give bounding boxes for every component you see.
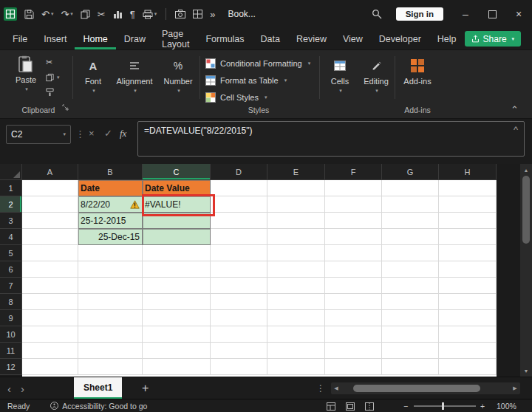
conditional-formatting-button[interactable]: Conditional Formatting ▾ [205, 55, 310, 72]
row-header-3[interactable]: 3 [0, 213, 22, 229]
cell-D6[interactable] [211, 261, 267, 278]
collapse-formula-bar-icon[interactable]: ^ [514, 124, 518, 135]
tab-formulas[interactable]: Formulas [197, 28, 252, 49]
cell-H4[interactable] [439, 229, 497, 245]
cell-A5[interactable] [22, 245, 78, 261]
cell-G7[interactable] [382, 278, 439, 294]
scroll-down-icon[interactable]: ▼ [520, 366, 532, 375]
horizontal-scrollbar-thumb[interactable] [353, 385, 480, 392]
cell-F5[interactable] [325, 245, 382, 261]
enter-icon[interactable]: ✓ [104, 128, 112, 139]
row-header-2[interactable]: 2 [0, 196, 22, 213]
cell-H5[interactable] [439, 245, 497, 261]
error-warning-icon[interactable] [130, 200, 140, 209]
column-header-H[interactable]: H [439, 164, 497, 180]
number-group-button[interactable]: % Number ▾ [160, 57, 197, 94]
cell-H6[interactable] [439, 261, 497, 278]
cell-A10[interactable] [22, 326, 78, 343]
cell-F7[interactable] [325, 278, 382, 294]
cell-D1[interactable] [211, 180, 267, 196]
share-button[interactable]: Share ▾ [465, 31, 522, 47]
row-header-7[interactable]: 7 [0, 278, 22, 294]
cell-A7[interactable] [22, 278, 78, 294]
sheet-nav-left-icon[interactable]: ‹ [7, 377, 11, 399]
cell-E1[interactable] [267, 180, 325, 196]
tab-draw[interactable]: Draw [116, 28, 154, 49]
vertical-scrollbar[interactable]: ▲ ▼ [520, 164, 532, 377]
cell-B6[interactable] [78, 261, 143, 278]
cell-D10[interactable] [211, 326, 267, 343]
cell-C6[interactable] [143, 261, 211, 278]
clipboard-dialog-launcher-icon[interactable] [62, 100, 69, 114]
cell-A12[interactable] [22, 359, 78, 375]
cell-E4[interactable] [267, 229, 325, 245]
cell-B9[interactable] [78, 310, 143, 326]
cell-F10[interactable] [325, 326, 382, 343]
tab-developer[interactable]: Developer [371, 28, 429, 49]
cell-B5[interactable] [78, 245, 143, 261]
sign-in-button[interactable]: Sign in [396, 7, 443, 21]
name-box[interactable]: C2 ▾ [6, 125, 71, 144]
cell-G11[interactable] [382, 343, 439, 359]
cell-H8[interactable] [439, 294, 497, 310]
cell-B11[interactable] [78, 343, 143, 359]
cell-E9[interactable] [267, 310, 325, 326]
cell-A2[interactable] [22, 196, 78, 213]
cell-C4[interactable] [143, 229, 211, 245]
overflow-icon[interactable]: » [206, 4, 219, 24]
cell-E11[interactable] [267, 343, 325, 359]
row-header-5[interactable]: 5 [0, 245, 22, 261]
cell-A8[interactable] [22, 294, 78, 310]
paragraph-icon[interactable]: ¶ [126, 4, 139, 24]
cell-E8[interactable] [267, 294, 325, 310]
minimize-button[interactable]: – [452, 0, 479, 28]
cell-B1[interactable]: Date [78, 180, 143, 196]
column-header-B[interactable]: B [78, 164, 143, 180]
format-painter-button[interactable] [46, 86, 60, 97]
cell-D12[interactable] [211, 359, 267, 375]
cell-C10[interactable] [143, 326, 211, 343]
cell-D7[interactable] [211, 278, 267, 294]
chart-icon[interactable] [109, 4, 126, 24]
cell-F3[interactable] [325, 213, 382, 229]
maximize-button[interactable] [479, 0, 505, 28]
copy-icon[interactable] [77, 4, 94, 24]
sheet-tab-sheet1[interactable]: Sheet1 [74, 377, 122, 399]
normal-view-icon[interactable] [327, 402, 335, 411]
camera-icon[interactable] [171, 4, 189, 24]
cell-F8[interactable] [325, 294, 382, 310]
column-header-D[interactable]: D [211, 164, 267, 180]
cell-D8[interactable] [211, 294, 267, 310]
horizontal-scrollbar[interactable]: ◀ ▶ [331, 382, 520, 394]
cell-G12[interactable] [382, 359, 439, 375]
cell-C11[interactable] [143, 343, 211, 359]
page-layout-view-icon[interactable] [346, 402, 355, 411]
cell-E2[interactable] [267, 196, 325, 213]
cell-C5[interactable] [143, 245, 211, 261]
cell-E10[interactable] [267, 326, 325, 343]
cell-G5[interactable] [382, 245, 439, 261]
cell-A11[interactable] [22, 343, 78, 359]
cell-H1[interactable] [439, 180, 497, 196]
cell-F9[interactable] [325, 310, 382, 326]
cell-G2[interactable] [382, 196, 439, 213]
cell-B8[interactable] [78, 294, 143, 310]
tab-data[interactable]: Data [253, 28, 288, 49]
cell-G1[interactable] [382, 180, 439, 196]
cell-H9[interactable] [439, 310, 497, 326]
cell-G8[interactable] [382, 294, 439, 310]
cut-icon[interactable]: ✂ [94, 4, 109, 24]
column-header-A[interactable]: A [22, 164, 78, 180]
close-button[interactable]: × [505, 0, 532, 28]
cell-G9[interactable] [382, 310, 439, 326]
search-icon[interactable] [368, 4, 386, 24]
tab-review[interactable]: Review [288, 28, 335, 49]
insert-function-button[interactable]: fx [120, 128, 126, 140]
vertical-scrollbar-thumb[interactable] [522, 176, 530, 244]
cell-F1[interactable] [325, 180, 382, 196]
formula-input[interactable]: =DATEVALUE("8/22/2015") ^ [137, 121, 525, 157]
paste-button[interactable]: Paste ▾ [9, 55, 43, 92]
cell-A6[interactable] [22, 261, 78, 278]
cell-B7[interactable] [78, 278, 143, 294]
cells-group-button[interactable]: Cells ▾ [324, 57, 356, 94]
